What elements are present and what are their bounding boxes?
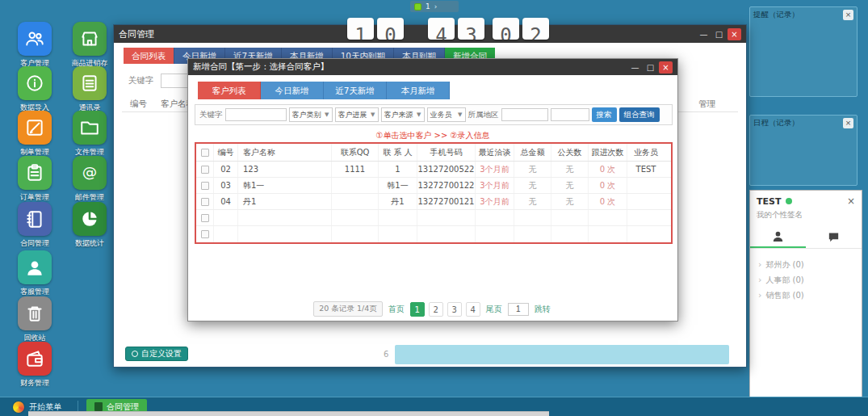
panel-title: 日程（记录） bbox=[753, 118, 843, 128]
select-all-checkbox-cell[interactable] bbox=[196, 144, 214, 161]
table-row[interactable]: 02 123 1111 1 13127200522 3个月前 无 无 0 次 T… bbox=[196, 162, 671, 178]
salesperson-select[interactable]: 业务员▼ bbox=[427, 107, 466, 122]
folder-icon bbox=[73, 111, 107, 145]
custom-settings-label: 自定义设置 bbox=[141, 348, 182, 359]
page-4[interactable]: 4 bbox=[466, 302, 480, 317]
minimize-button[interactable]: — bbox=[697, 28, 711, 40]
desktop-icon-orders-edit[interactable]: 制单管理 bbox=[11, 111, 58, 158]
last-page-link[interactable]: 尾页 bbox=[484, 304, 504, 315]
clock-digit: 1 bbox=[347, 18, 374, 40]
tree-item-sales[interactable]: ›销售部 (0) bbox=[758, 288, 862, 303]
checkbox[interactable] bbox=[201, 166, 209, 174]
window-title: 合同管理 bbox=[119, 28, 695, 40]
region-label: 所属地区 bbox=[468, 110, 499, 120]
desktop-icon-contacts[interactable]: 通讯录 bbox=[66, 66, 113, 113]
modal-close-button[interactable]: × bbox=[659, 61, 673, 74]
region-input[interactable] bbox=[501, 108, 548, 121]
tab-customer-list[interactable]: 客户列表 bbox=[198, 82, 261, 99]
search-button[interactable]: 搜索 bbox=[592, 107, 617, 122]
desktop-icon-recycle-bin[interactable]: 回收站 bbox=[11, 296, 58, 343]
at-icon: @ bbox=[73, 156, 107, 190]
chevron-down-icon: ▼ bbox=[325, 111, 329, 118]
close-icon[interactable]: × bbox=[843, 10, 853, 20]
page-jump-input[interactable] bbox=[508, 303, 529, 316]
tree-item-zhengzhou[interactable]: ›郑州办 (0) bbox=[758, 257, 862, 272]
chevron-down-icon: ▼ bbox=[417, 111, 421, 118]
checkbox[interactable] bbox=[201, 149, 209, 157]
page-1-active[interactable]: 1 bbox=[410, 302, 425, 317]
desktop-icon-customers[interactable]: 客户管理 bbox=[11, 22, 58, 69]
desktop-icon-contracts[interactable]: 合同管理 bbox=[11, 202, 58, 249]
desktop-icon-files[interactable]: 文件管理 bbox=[66, 111, 113, 158]
tab-contacts[interactable] bbox=[750, 225, 806, 248]
desktop-icon-finance[interactable]: 财务管理 bbox=[11, 342, 58, 389]
desktop-icon-statistics[interactable]: 数据统计 bbox=[66, 202, 113, 249]
filter-bar: 关键字 客户类别▼ 客户进展▼ 客户来源▼ 业务员▼ 所属地区 搜索 组合查询 bbox=[195, 104, 673, 125]
close-icon[interactable]: × bbox=[847, 195, 855, 207]
icon-label: 财务管理 bbox=[11, 378, 58, 389]
checkbox[interactable] bbox=[201, 230, 209, 238]
table-row[interactable]: 04 丹1 丹1 13272700121 3个月前 无 无 0 次 bbox=[196, 194, 671, 210]
modal-keyword-input[interactable] bbox=[225, 108, 287, 121]
tab-contract-list[interactable]: 合同列表 bbox=[124, 48, 174, 64]
desktop-icon-mail[interactable]: @ 邮件管理 bbox=[66, 156, 113, 203]
customer-progress-select[interactable]: 客户进展▼ bbox=[335, 107, 379, 122]
first-page-link[interactable]: 首页 bbox=[387, 304, 406, 315]
header-customer-name: 客户名称 bbox=[238, 144, 332, 161]
reminder-panel: 提醒（记录） × bbox=[749, 6, 858, 97]
chevron-right-icon: › bbox=[758, 290, 761, 300]
table-row[interactable]: 03 韩1一 韩1一 13272700122 3个月前 无 无 0 次 bbox=[196, 178, 671, 194]
tab-7days-added[interactable]: 近7天新增 bbox=[324, 82, 387, 99]
desktop-icon-service[interactable]: 客服管理 bbox=[11, 250, 58, 297]
customer-source-select[interactable]: 客户来源▼ bbox=[381, 107, 425, 122]
app-icon bbox=[94, 402, 103, 411]
close-icon[interactable]: × bbox=[843, 118, 853, 128]
tree-item-hr[interactable]: ›人事部 (0) bbox=[758, 272, 862, 288]
start-logo-icon bbox=[13, 401, 24, 413]
customer-category-select[interactable]: 客户类别▼ bbox=[289, 107, 333, 122]
checkbox[interactable] bbox=[201, 214, 209, 222]
combo-query-button[interactable]: 组合查询 bbox=[619, 107, 660, 122]
chat-bubble-icon bbox=[827, 230, 841, 244]
maximize-button[interactable]: □ bbox=[712, 28, 726, 40]
clock-digit: 2 bbox=[522, 18, 549, 40]
tab-month-added[interactable]: 本月新增 bbox=[387, 82, 450, 99]
close-button[interactable]: × bbox=[728, 28, 741, 40]
modal-titlebar[interactable]: 新增合同【第一步：选择合同客户】 — □ × bbox=[188, 59, 677, 75]
chat-signature[interactable]: 我的个性签名 bbox=[750, 208, 862, 225]
jump-button[interactable]: 跳转 bbox=[533, 304, 552, 315]
clock-widget-seconds: 0 2 bbox=[493, 18, 549, 40]
modal-minimize-button[interactable]: — bbox=[628, 61, 642, 74]
table-row-empty[interactable] bbox=[196, 210, 671, 226]
redaction-overlay bbox=[395, 345, 729, 364]
header-follow-count: 跟进次数 bbox=[589, 144, 627, 161]
header-recent: 最近洽谈 bbox=[476, 144, 514, 161]
checkbox[interactable] bbox=[201, 182, 209, 190]
modal-maximize-button[interactable]: □ bbox=[644, 61, 657, 74]
extra-filter-input[interactable] bbox=[551, 108, 589, 121]
checkbox[interactable] bbox=[201, 198, 209, 206]
panel-title: 提醒（记录） bbox=[753, 10, 843, 20]
pagination-fragment: 6 bbox=[384, 350, 388, 359]
notification-widget[interactable]: 1 › bbox=[410, 1, 459, 12]
desktop-icon-inventory[interactable]: 商品进销存 bbox=[66, 22, 113, 69]
notification-count: 1 bbox=[426, 2, 430, 11]
chevron-right-icon: › bbox=[434, 2, 438, 11]
customer-table: 编号 客户名称 联系QQ 联 系 人 手机号码 最近洽谈 总金额 公关数 跟进次… bbox=[195, 142, 673, 244]
modal-tabs: 客户列表 今日新增 近7天新增 本月新增 bbox=[198, 82, 450, 99]
custom-settings-button[interactable]: 自定义设置 bbox=[125, 347, 188, 361]
new-contract-modal: 新增合同【第一步：选择合同客户】 — □ × 客户列表 今日新增 近7天新增 本… bbox=[187, 58, 678, 321]
page-2[interactable]: 2 bbox=[429, 302, 443, 317]
desktop-icon-data-import[interactable]: 数据导入 bbox=[11, 66, 58, 113]
tab-today-added[interactable]: 今日新增 bbox=[261, 82, 324, 99]
modal-title: 新增合同【第一步：选择合同客户】 bbox=[193, 61, 627, 73]
info-icon bbox=[18, 66, 52, 100]
table-row-empty[interactable] bbox=[196, 226, 671, 242]
desktop-icon-orders[interactable]: 订单管理 bbox=[11, 156, 58, 203]
header-amount: 总金额 bbox=[514, 144, 551, 161]
page-3[interactable]: 3 bbox=[447, 302, 462, 317]
keyword-label: 关键字 bbox=[128, 75, 154, 86]
people-icon bbox=[18, 22, 52, 56]
chat-panel: TEST × 我的个性签名 ›郑州办 (0) ›人事部 (0) ›销售部 (0)… bbox=[749, 190, 862, 416]
tab-messages[interactable] bbox=[806, 225, 862, 248]
